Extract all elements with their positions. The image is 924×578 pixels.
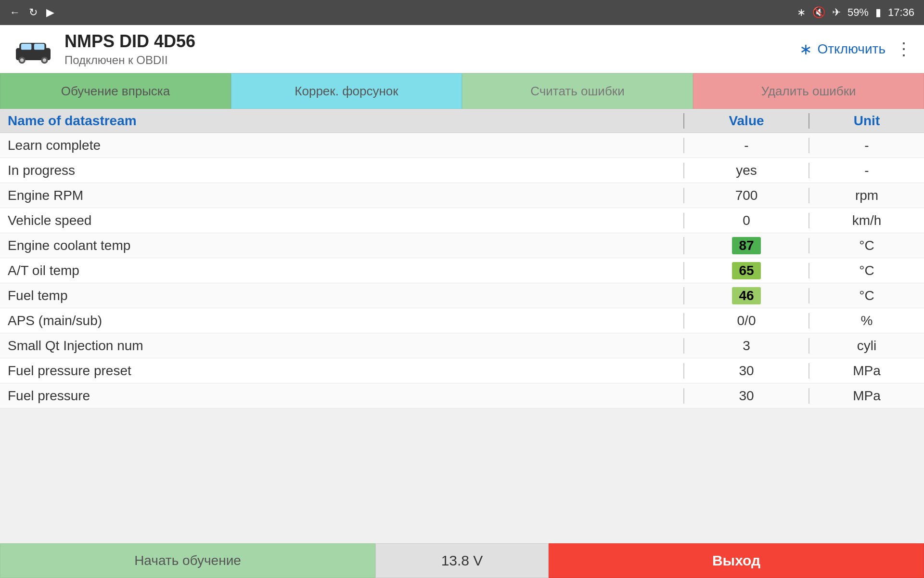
tab-injector-correction[interactable]: Коррек. форсунок	[231, 73, 462, 109]
app-subtitle: Подключен к OBDII	[64, 53, 195, 67]
mute-icon: 🔇	[812, 6, 825, 19]
exit-label: Выход	[712, 552, 760, 569]
status-bar-right: ∗ 🔇 ✈ 59% ▮ 17:36	[797, 6, 914, 19]
table-row: Fuel pressure preset30MPa	[0, 358, 924, 383]
tab-injector-correction-label: Коррек. форсунок	[295, 84, 398, 99]
voltage-display: 13.8 V	[375, 543, 549, 578]
cell-unit: MPa	[808, 388, 924, 404]
table-row: Fuel temp46°C	[0, 283, 924, 308]
table-row: Fuel pressure30MPa	[0, 383, 924, 408]
tab-read-errors-label: Считать ошибки	[530, 84, 624, 99]
cell-value: 700	[683, 188, 808, 203]
cell-value: 30	[683, 388, 808, 404]
battery-percent: 59%	[847, 6, 869, 19]
tab-read-errors[interactable]: Считать ошибки	[462, 73, 693, 109]
start-learning-button[interactable]: Начать обучение	[0, 543, 375, 578]
cell-unit: %	[808, 313, 924, 328]
header-left: NMPS DID 4D56 Подключен к OBDII	[12, 31, 195, 67]
cell-unit: cyli	[808, 338, 924, 354]
bottom-bar: Начать обучение 13.8 V Выход	[0, 543, 924, 578]
exit-button[interactable]: Выход	[549, 543, 924, 578]
cell-name: Small Qt Injection num	[0, 338, 683, 354]
battery-icon: ▮	[875, 6, 881, 19]
value-badge: 65	[732, 262, 760, 279]
refresh-icon[interactable]: ↻	[29, 6, 38, 19]
cell-value: 0	[683, 213, 808, 228]
cell-name: A/T oil temp	[0, 263, 683, 278]
cell-unit: km/h	[808, 213, 924, 228]
tab-injection-learning-label: Обучение впрыска	[61, 84, 170, 99]
cell-unit: MPa	[808, 363, 924, 379]
car-icon	[12, 35, 55, 64]
data-table: Name of datastream Value Unit Learn comp…	[0, 109, 924, 408]
svg-rect-2	[21, 43, 32, 50]
cell-value: 0/0	[683, 313, 808, 328]
play-icon[interactable]: ▶	[46, 6, 54, 19]
cell-value: 3	[683, 338, 808, 354]
column-header-name: Name of datastream	[0, 113, 683, 129]
svg-point-7	[43, 58, 46, 62]
column-header-unit: Unit	[808, 113, 924, 129]
table-row: Engine coolant temp87°C	[0, 233, 924, 258]
cell-name: APS (main/sub)	[0, 313, 683, 328]
cell-name: Engine RPM	[0, 188, 683, 203]
cell-unit: -	[808, 138, 924, 153]
table-row: Learn complete--	[0, 133, 924, 158]
app-header: NMPS DID 4D56 Подключен к OBDII ∗ Отключ…	[0, 25, 924, 73]
cell-name: Fuel pressure preset	[0, 363, 683, 379]
table-row: Engine RPM700rpm	[0, 183, 924, 208]
table-body: Learn complete--In progressyes-Engine RP…	[0, 133, 924, 408]
cell-value: 46	[683, 287, 808, 304]
value-badge: 87	[732, 237, 760, 254]
disconnect-label: Отключить	[817, 41, 886, 57]
table-row: Small Qt Injection num3cyli	[0, 333, 924, 358]
cell-value: 30	[683, 363, 808, 379]
tab-bar: Обучение впрыска Коррек. форсунок Считат…	[0, 73, 924, 109]
value-badge: 46	[732, 287, 760, 304]
cell-value: 87	[683, 237, 808, 254]
back-icon[interactable]: ←	[10, 6, 20, 19]
cell-name: Fuel pressure	[0, 388, 683, 404]
table-row: In progressyes-	[0, 158, 924, 183]
cell-name: Vehicle speed	[0, 213, 683, 228]
svg-rect-3	[34, 43, 45, 50]
more-options-button[interactable]: ⋮	[895, 39, 912, 59]
cell-value: yes	[683, 163, 808, 178]
cell-unit: rpm	[808, 188, 924, 203]
cell-unit: °C	[808, 288, 924, 303]
svg-point-5	[20, 58, 24, 62]
bluetooth-status-icon: ∗	[797, 6, 806, 19]
column-header-value: Value	[683, 113, 808, 129]
tab-injection-learning[interactable]: Обучение впрыска	[0, 73, 231, 109]
header-title-group: NMPS DID 4D56 Подключен к OBDII	[64, 31, 195, 67]
tab-delete-errors[interactable]: Удалить ошибки	[693, 73, 924, 109]
start-learning-label: Начать обучение	[134, 553, 241, 568]
bluetooth-icon: ∗	[799, 40, 812, 58]
cell-name: Fuel temp	[0, 288, 683, 303]
cell-name: Learn complete	[0, 138, 683, 153]
status-bar: ← ↻ ▶ ∗ 🔇 ✈ 59% ▮ 17:36	[0, 0, 924, 25]
tab-delete-errors-label: Удалить ошибки	[761, 84, 856, 99]
cell-name: Engine coolant temp	[0, 238, 683, 253]
table-header: Name of datastream Value Unit	[0, 109, 924, 133]
header-right: ∗ Отключить ⋮	[799, 39, 912, 59]
table-row: Vehicle speed0km/h	[0, 208, 924, 233]
app-title: NMPS DID 4D56	[64, 31, 195, 52]
table-row: A/T oil temp65°C	[0, 258, 924, 283]
table-row: APS (main/sub)0/0%	[0, 308, 924, 333]
cell-value: -	[683, 138, 808, 153]
cell-value: 65	[683, 262, 808, 279]
cell-unit: °C	[808, 238, 924, 253]
time-display: 17:36	[888, 6, 914, 19]
status-bar-left: ← ↻ ▶	[10, 6, 54, 19]
cell-unit: -	[808, 163, 924, 178]
airplane-icon: ✈	[832, 6, 841, 19]
cell-unit: °C	[808, 263, 924, 278]
voltage-value: 13.8 V	[441, 552, 483, 569]
cell-name: In progress	[0, 163, 683, 178]
disconnect-button[interactable]: ∗ Отключить	[799, 40, 886, 58]
